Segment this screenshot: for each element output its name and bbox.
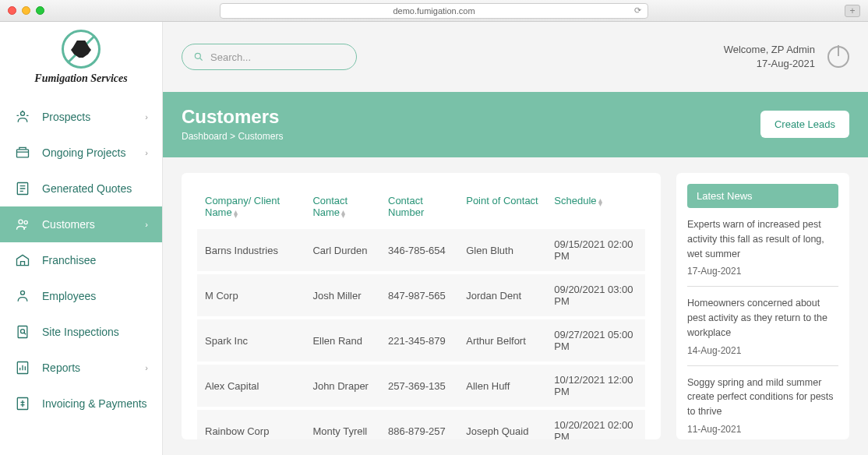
svg-point-3 <box>19 220 23 224</box>
cell-schedule: 10/12/2021 12:00 PM <box>546 365 645 407</box>
customers-table: Company/ Client Name▴▾ Contact Name▴▾ Co… <box>197 189 645 439</box>
cell-company: Spark Inc <box>197 319 305 362</box>
table-row[interactable]: M CorpJosh Miller847-987-565Jordan Dent0… <box>197 274 645 316</box>
news-date: 17-Aug-2021 <box>687 266 838 277</box>
sidebar-item-label: Generated Quotes <box>42 182 132 195</box>
table-row[interactable]: Alex CapitalJohn Draper257-369-135Allen … <box>197 365 645 407</box>
quotes-icon <box>14 180 31 197</box>
main-content: Welcome, ZP Admin 17-Aug-2021 Customers … <box>163 22 868 455</box>
sidebar-item-label: Reports <box>42 362 80 374</box>
cell-contact_number: 886-879-257 <box>380 410 458 439</box>
logo[interactable]: Fumigation Services <box>0 22 162 99</box>
window-maximize[interactable] <box>36 6 44 15</box>
sidebar-item-label: Customers <box>42 218 95 231</box>
th-contact-number[interactable]: Contact Number <box>380 189 458 229</box>
logo-icon <box>62 30 101 69</box>
sidebar-item-label: Prospects <box>42 111 90 123</box>
svg-point-10 <box>195 53 200 58</box>
customers-icon <box>14 216 31 233</box>
svg-rect-6 <box>18 326 27 338</box>
invoicing-icon <box>14 395 31 412</box>
news-header: Latest News <box>687 184 838 208</box>
prospects-icon <box>14 108 31 125</box>
table-row[interactable]: Barns IndustriesCarl Durden346-785-654Gl… <box>197 229 645 271</box>
topbar: Welcome, ZP Admin 17-Aug-2021 <box>163 22 868 92</box>
th-contact-name[interactable]: Contact Name▴▾ <box>305 189 380 229</box>
cell-contact_number: 221-345-879 <box>380 319 458 362</box>
window-close[interactable] <box>8 6 16 15</box>
news-title: Soggy spring and mild summer create perf… <box>687 376 838 419</box>
cell-contact_name: John Draper <box>305 365 380 407</box>
cell-company: Barns Industries <box>197 229 305 271</box>
cell-poc: Allen Huff <box>458 365 546 407</box>
svg-point-5 <box>21 291 25 295</box>
svg-point-0 <box>21 111 25 115</box>
chevron-right-icon: › <box>145 148 148 157</box>
traffic-lights <box>8 6 44 15</box>
news-item[interactable]: Homeowners concerned about pest activity… <box>687 296 838 365</box>
cell-poc: Joseph Quaid <box>458 410 546 439</box>
sidebar-item-employees[interactable]: Employees <box>0 278 162 314</box>
th-company[interactable]: Company/ Client Name▴▾ <box>197 189 305 229</box>
cell-contact_name: Josh Miller <box>305 274 380 316</box>
cell-contact_name: Monty Tyrell <box>305 410 380 439</box>
employees-icon <box>14 287 31 305</box>
page-header: Customers Dashboard > Customers Create L… <box>163 92 868 157</box>
sidebar-item-prospects[interactable]: Prospects › <box>0 99 162 135</box>
search-icon <box>193 51 204 62</box>
cell-schedule: 10/20/2021 02:00 PM <box>546 410 645 439</box>
sidebar-item-customers[interactable]: Customers › <box>0 206 162 242</box>
sort-icon: ▴▾ <box>598 198 602 206</box>
window-minimize[interactable] <box>22 6 30 15</box>
cell-contact_name: Ellen Rand <box>305 319 380 362</box>
cell-schedule: 09/20/2021 03:00 PM <box>546 274 645 316</box>
search-box[interactable] <box>182 44 357 70</box>
cell-schedule: 09/27/2021 05:00 PM <box>546 319 645 362</box>
sidebar-item-reports[interactable]: Reports › <box>0 350 162 386</box>
cell-contact_number: 847-987-565 <box>380 274 458 316</box>
sort-icon: ▴▾ <box>341 210 345 217</box>
sidebar-item-invoicing-payments[interactable]: Invoicing & Payments <box>0 386 162 421</box>
cell-contact_number: 257-369-135 <box>380 365 458 407</box>
reports-icon <box>14 359 31 376</box>
cell-company: Rainbow Corp <box>197 410 305 439</box>
cell-schedule: 09/15/2021 02:00 PM <box>546 229 645 271</box>
cell-poc: Glen Bluth <box>458 229 546 271</box>
logout-button[interactable] <box>827 46 849 68</box>
news-title: Homeowners concerned about pest activity… <box>687 296 838 340</box>
page-title: Customers <box>182 106 283 128</box>
projects-icon <box>14 144 31 161</box>
cell-poc: Arthur Belfort <box>458 319 546 362</box>
new-tab-button[interactable]: + <box>845 5 860 17</box>
search-input[interactable] <box>210 51 345 63</box>
chevron-right-icon: › <box>145 112 148 122</box>
news-date: 14-Aug-2021 <box>687 345 838 356</box>
customers-table-card: Company/ Client Name▴▾ Contact Name▴▾ Co… <box>182 173 661 439</box>
brand-name: Fumigation Services <box>0 72 162 85</box>
sidebar-item-franchisee[interactable]: Franchisee <box>0 242 162 278</box>
cell-contact_number: 346-785-654 <box>380 229 458 271</box>
reload-icon[interactable]: ⟳ <box>634 5 641 16</box>
sidebar-item-label: Franchisee <box>42 254 96 266</box>
sidebar-item-site-inspections[interactable]: Site Inspections <box>0 314 162 350</box>
inspections-icon <box>14 323 31 340</box>
svg-point-4 <box>24 220 27 224</box>
browser-chrome: demo.fumigation.com ⟳ + <box>0 0 868 22</box>
url-text: demo.fumigation.com <box>393 6 475 16</box>
th-schedule[interactable]: Schedule▴▾ <box>546 189 645 229</box>
cell-company: M Corp <box>197 274 305 316</box>
url-bar[interactable]: demo.fumigation.com ⟳ <box>220 3 648 19</box>
table-row[interactable]: Spark IncEllen Rand221-345-879Arthur Bel… <box>197 319 645 362</box>
news-card: Latest News Experts warn of increased pe… <box>676 173 849 439</box>
cell-contact_name: Carl Durden <box>305 229 380 271</box>
news-title: Experts warn of increased pest activity … <box>687 217 838 261</box>
chevron-right-icon: › <box>145 363 148 372</box>
th-poc[interactable]: Point of Contact <box>458 189 546 229</box>
create-leads-button[interactable]: Create Leads <box>760 111 849 138</box>
sidebar-item-ongoing-projects[interactable]: Ongoing Projects › <box>0 135 162 171</box>
sidebar-item-generated-quotes[interactable]: Generated Quotes <box>0 171 162 206</box>
welcome-text: Welcome, ZP Admin <box>724 43 815 57</box>
news-item[interactable]: Experts warn of increased pest activity … <box>687 217 838 287</box>
table-row[interactable]: Rainbow CorpMonty Tyrell886-879-257Josep… <box>197 410 645 439</box>
news-item[interactable]: Soggy spring and mild summer create perf… <box>687 376 838 440</box>
